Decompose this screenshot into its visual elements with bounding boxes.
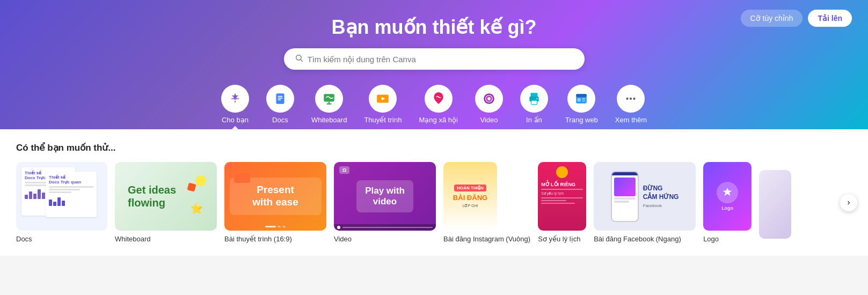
video-card-label: Video [334, 235, 352, 243]
cho-ban-label: Cho bạn [222, 116, 249, 124]
docs-icon [266, 85, 294, 113]
category-thuyet-trinh[interactable]: Thuyết trình [364, 85, 402, 129]
card-logo[interactable]: Logo Logo [703, 162, 752, 243]
card-partial [759, 170, 791, 243]
pres-deco [234, 173, 250, 183]
video-thumb: Ω Play with video [334, 162, 436, 231]
insta-badge: HOÀN THIỆN [454, 185, 486, 191]
pres-inner: Present with ease [224, 162, 326, 231]
search-icon [295, 54, 303, 64]
video-inner: Ω Play with video [334, 162, 436, 231]
fb-phone [611, 171, 639, 222]
next-arrow-button[interactable] [840, 194, 857, 211]
video-label: Video [480, 116, 498, 124]
svg-rect-3 [276, 93, 284, 104]
svg-point-0 [296, 55, 301, 60]
svg-point-2 [234, 98, 236, 100]
video-logo: Ω [339, 166, 349, 174]
search-bar [284, 48, 585, 70]
cv-thumb: MỞ LỐI RIÊNG Sơ yếu lý lịch [538, 162, 586, 231]
card-presentation[interactable]: Present with ease Bài thuyết trình (16:9… [224, 162, 326, 243]
presentation-thumb: Present with ease [224, 162, 326, 231]
facebook-card-label: Bài đăng Facebook (Ngang) [594, 235, 681, 243]
svg-rect-21 [578, 98, 581, 102]
thuyet-trinh-icon [369, 85, 397, 113]
insta-main-text: BÀI ĐĂNG [453, 194, 487, 202]
doc-sheet-2: Thiết kếDocs Trực quan [46, 172, 97, 217]
logo-svg [721, 186, 734, 199]
category-trang-web[interactable]: Trang web [565, 85, 598, 129]
insta-inner: HOÀN THIỆN BÀI ĐĂNG LỚP GHI [443, 162, 497, 231]
card-instagram[interactable]: HOÀN THIỆN BÀI ĐĂNG LỚP GHI Bài đăng Ins… [443, 162, 530, 243]
thuyet-trinh-label: Thuyết trình [364, 116, 402, 124]
card-facebook[interactable]: ĐỪNGCẢM HỨNG Facebook Bài đăng Facebook … [594, 162, 696, 243]
docs-thumb: Thiết kếDocs Trực quan Thiết kếDocs Trự [16, 162, 107, 231]
whiteboard-icon [315, 85, 343, 113]
logo-card-label: Logo [703, 235, 719, 243]
docs-label: Docs [272, 116, 288, 124]
cv-card-label: Sơ yếu lý lịch [538, 235, 580, 243]
whiteboard-thumb: Get ideas flowing ⭐ [115, 162, 217, 231]
video-controls [334, 224, 436, 231]
video-icon [475, 85, 503, 113]
svg-line-1 [301, 60, 303, 62]
fb-inner: ĐỪNGCẢM HỨNG Facebook [594, 162, 696, 231]
cv-title: MỞ LỐI RIÊNG [541, 182, 583, 187]
svg-point-26 [633, 98, 636, 100]
card-whiteboard[interactable]: Get ideas flowing ⭐ Whiteboard [115, 162, 217, 243]
wb-deco-3: ⭐ [190, 202, 203, 215]
in-an-icon [520, 85, 548, 113]
wb-deco-1 [195, 175, 206, 186]
partial-thumb [759, 170, 791, 239]
category-mang-xa-hoi[interactable]: Mạng xã hội [419, 85, 458, 129]
wb-inner: Get ideas flowing ⭐ [115, 162, 217, 231]
video-card-box: Play with video [356, 180, 413, 213]
card-docs[interactable]: Thiết kếDocs Trực quan Thiết kếDocs Trự [16, 162, 107, 243]
category-video[interactable]: Video [475, 85, 503, 129]
instagram-thumb: HOÀN THIỆN BÀI ĐĂNG LỚP GHI [443, 162, 497, 231]
logo-sub: Logo [721, 205, 733, 211]
card-cv[interactable]: MỞ LỐI RIÊNG Sơ yếu lý lịch Sơ yếu lý lị… [538, 162, 586, 243]
whiteboard-card-label: Whiteboard [115, 235, 150, 243]
facebook-thumb: ĐỪNGCẢM HỨNG Facebook [594, 162, 696, 231]
cv-sub: Sơ yếu lý lịch [541, 191, 583, 196]
svg-point-25 [630, 98, 632, 100]
category-docs[interactable]: Docs [266, 85, 294, 129]
svg-point-14 [487, 97, 490, 100]
card-video[interactable]: Ω Play with video Video [334, 162, 436, 243]
category-whiteboard[interactable]: Whiteboard [311, 85, 347, 129]
upload-button[interactable]: Tải lên [808, 10, 852, 27]
trang-web-icon [567, 85, 595, 113]
pres-text: Present with ease [236, 184, 315, 209]
wb-deco-2 [187, 182, 196, 191]
logo-thumb: Logo [703, 162, 752, 231]
search-input[interactable] [308, 55, 574, 64]
in-an-label: In ấn [526, 116, 542, 124]
cards-row: Thiết kếDocs Trực quan Thiết kếDocs Trự [16, 162, 852, 243]
svg-rect-23 [582, 100, 586, 101]
partial-inner [759, 170, 791, 239]
cv-avatar [556, 166, 568, 178]
wb-text: Get ideas flowing [128, 183, 176, 209]
insta-sub: LỚP GHI [463, 204, 478, 208]
category-cho-ban[interactable]: Cho bạn [221, 85, 249, 129]
cho-ban-icon [221, 85, 249, 113]
docs-inner: Thiết kếDocs Trực quan Thiết kếDocs Trự [16, 162, 107, 231]
mang-xa-hoi-icon [425, 85, 453, 113]
pres-indicator [265, 226, 286, 227]
video-text: Play with video [365, 186, 405, 208]
section-title: Có thể bạn muốn thử... [16, 142, 852, 153]
fb-text: ĐỪNGCẢM HỨNG [643, 185, 679, 201]
whiteboard-label: Whiteboard [311, 116, 347, 124]
content-area: Có thể bạn muốn thử... Thiết kếDocs Trực… [0, 129, 868, 256]
svg-point-18 [536, 98, 537, 99]
presentation-card-label: Bài thuyết trình (16:9) [224, 235, 292, 243]
instagram-card-label: Bài đăng Instagram (Vuông) [443, 235, 530, 243]
svg-rect-22 [582, 98, 586, 100]
svg-rect-20 [577, 94, 587, 97]
category-in-an[interactable]: In ấn [520, 85, 548, 129]
page-title: Bạn muốn thiết kế gì? [332, 16, 537, 39]
cv-inner: MỞ LỐI RIÊNG Sơ yếu lý lịch [538, 162, 586, 231]
category-xem-them[interactable]: Xem thêm [615, 85, 647, 129]
custom-size-button[interactable]: Cỡ tùy chỉnh [741, 10, 803, 27]
